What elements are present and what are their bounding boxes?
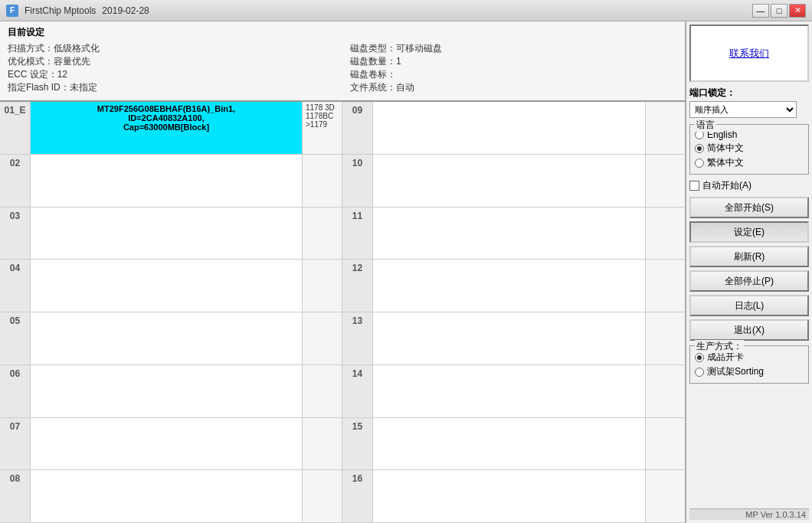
slot-04[interactable]: 04 [0, 260, 342, 312]
app-icon: F [6, 5, 18, 17]
contact-link[interactable]: 联系我们 [729, 47, 769, 60]
slot-12[interactable]: 12 [342, 260, 685, 312]
auto-start-label: 自动开始(A) [702, 179, 751, 192]
language-group-label: 语言 [695, 119, 716, 132]
slot-04-label: 04 [0, 260, 31, 312]
slot-01-sub-line-2: 1178BC [306, 112, 333, 120]
slot-01[interactable]: 01_E MT29F256G08EBHAF(B16A)_Bin1,ID=2CA4… [0, 102, 342, 155]
refresh-button[interactable]: 刷新(R) [689, 246, 809, 267]
sidebar: 联系我们 端口锁定： 顺序插入 锁定端口1 锁定端口2 语言 English 简… [686, 21, 812, 523]
slot-09-sub [645, 102, 685, 154]
slot-10[interactable]: 10 [342, 155, 685, 208]
slot-15-sub [645, 418, 685, 470]
slot-02-content[interactable] [31, 155, 302, 207]
slots-right-column: 09 10 11 12 [342, 102, 685, 523]
slot-05-sub [302, 312, 342, 364]
slot-06[interactable]: 06 [0, 365, 342, 418]
contact-box[interactable]: 联系我们 [689, 25, 809, 82]
maximize-button[interactable]: □ [771, 4, 787, 18]
slot-01-content[interactable]: MT29F256G08EBHAF(B16A)_Bin1,ID=2CA40832A… [31, 102, 302, 154]
language-group: 语言 English 简体中文 繁体中文 [689, 124, 809, 175]
lang-traditional-radio[interactable] [695, 159, 704, 168]
info-grid: 扫描方式：低级格式化 优化模式：容量优先 ECC 设定：12 指定Flash I… [8, 42, 677, 94]
app-title: FirstChip Mptools [25, 5, 96, 16]
production-sorting-radio[interactable] [695, 368, 704, 377]
production-sorting-row[interactable]: 测试架Sorting [695, 365, 804, 378]
slot-14[interactable]: 14 [342, 365, 685, 418]
lang-traditional-row[interactable]: 繁体中文 [695, 156, 804, 169]
slot-05-label: 05 [0, 312, 31, 364]
slot-04-sub [302, 260, 342, 312]
slot-13-sub [645, 312, 685, 364]
title-bar: F FirstChip Mptools 2019-02-28 — □ ✕ [0, 0, 812, 21]
slot-05-content[interactable] [31, 312, 302, 364]
info-left: 扫描方式：低级格式化 优化模式：容量优先 ECC 设定：12 指定Flash I… [8, 42, 335, 94]
slot-08-sub [302, 470, 342, 522]
slot-14-content[interactable] [373, 365, 645, 417]
slot-15-content[interactable] [373, 418, 645, 470]
slots-left-column: 01_E MT29F256G08EBHAF(B16A)_Bin1,ID=2CA4… [0, 102, 342, 523]
slot-15[interactable]: 15 [342, 418, 685, 471]
slot-09[interactable]: 09 [342, 102, 685, 155]
settings-button[interactable]: 设定(E) [689, 221, 809, 243]
slot-13[interactable]: 13 [342, 312, 685, 365]
filesystem: 文件系统：自动 [350, 81, 677, 94]
slot-06-content[interactable] [31, 365, 302, 417]
flash-id: 指定Flash ID：未指定 [8, 81, 335, 94]
slot-16-sub [645, 470, 685, 522]
slot-11-label: 11 [342, 208, 373, 260]
slot-12-content[interactable] [373, 260, 645, 312]
slot-01-sub-line-3: >1179 [306, 120, 327, 129]
slot-07-content[interactable] [31, 418, 302, 470]
info-panel-title: 目前设定 [8, 26, 677, 39]
slot-07[interactable]: 07 [0, 418, 342, 471]
slot-01-sub: 1178 3D 1178BC >1179 [302, 102, 342, 154]
slot-10-content[interactable] [373, 155, 645, 207]
auto-start-checkbox[interactable] [689, 181, 699, 191]
slot-16-content[interactable] [373, 470, 645, 522]
slot-03[interactable]: 03 [0, 208, 342, 260]
content-area: 目前设定 扫描方式：低级格式化 优化模式：容量优先 ECC 设定：12 指定Fl… [0, 21, 686, 523]
exit-button[interactable]: 退出(X) [689, 319, 809, 341]
slot-11[interactable]: 11 [342, 208, 685, 260]
slot-02[interactable]: 02 [0, 155, 342, 208]
slot-16[interactable]: 16 [342, 470, 685, 523]
close-button[interactable]: ✕ [789, 4, 806, 18]
slot-09-label: 09 [342, 102, 373, 154]
stop-all-button[interactable]: 全部停止(P) [689, 270, 809, 292]
optimize-mode: 优化模式：容量优先 [8, 55, 335, 68]
slot-08-content[interactable] [31, 470, 302, 522]
disk-label: 磁盘卷标： [350, 68, 677, 81]
production-sorting-label: 测试架Sorting [707, 365, 764, 378]
minimize-button[interactable]: — [752, 4, 769, 18]
slot-11-content[interactable] [373, 208, 645, 260]
production-finished-radio[interactable] [695, 353, 704, 362]
port-lock-select[interactable]: 顺序插入 锁定端口1 锁定端口2 [689, 101, 797, 118]
lang-simplified-label: 简体中文 [707, 142, 744, 155]
ecc-setting: ECC 设定：12 [8, 68, 335, 81]
lang-simplified-row[interactable]: 简体中文 [695, 142, 804, 155]
log-button[interactable]: 日志(L) [689, 295, 809, 316]
slot-10-sub [645, 155, 685, 207]
slot-08[interactable]: 08 [0, 470, 342, 523]
slot-06-sub [302, 365, 342, 417]
lang-traditional-label: 繁体中文 [707, 156, 744, 169]
slot-04-content[interactable] [31, 260, 302, 312]
slot-09-content[interactable] [373, 102, 645, 154]
slot-05[interactable]: 05 [0, 312, 342, 365]
app-date: 2019-02-28 [102, 5, 149, 16]
slot-03-content[interactable] [31, 208, 302, 260]
slots-area: 01_E MT29F256G08EBHAF(B16A)_Bin1,ID=2CA4… [0, 102, 685, 523]
start-all-button[interactable]: 全部开始(S) [689, 197, 809, 218]
slot-13-content[interactable] [373, 312, 645, 364]
lang-simplified-radio[interactable] [695, 144, 704, 153]
info-panel: 目前设定 扫描方式：低级格式化 优化模式：容量优先 ECC 设定：12 指定Fl… [0, 21, 685, 102]
slot-03-label: 03 [0, 208, 31, 260]
production-group-label: 生产方式： [695, 340, 744, 353]
production-group: 生产方式： 成品开卡 测试架Sorting [689, 345, 809, 384]
info-right: 磁盘类型：可移动磁盘 磁盘数量：1 磁盘卷标： 文件系统：自动 [350, 42, 677, 94]
slot-14-label: 14 [342, 365, 373, 417]
auto-start-row[interactable]: 自动开始(A) [689, 178, 809, 194]
slot-13-label: 13 [342, 312, 373, 364]
main-container: 目前设定 扫描方式：低级格式化 优化模式：容量优先 ECC 设定：12 指定Fl… [0, 21, 812, 523]
